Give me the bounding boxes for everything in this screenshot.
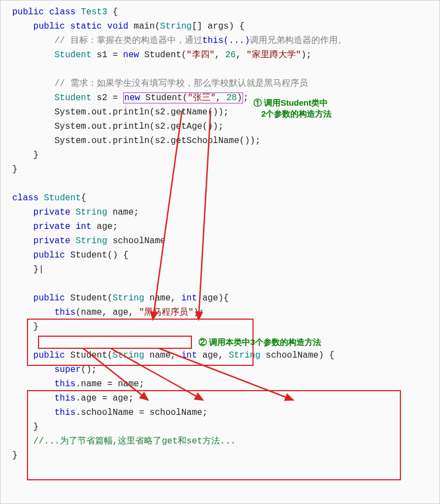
annotation-1: ① 调用Student类中 2个参数的构造方法 — [254, 97, 332, 119]
omitted-methods-comment: //...为了节省篇幅,这里省略了get和set方法... — [34, 436, 236, 446]
highlighted-new-call: new Student("张三", 28) — [123, 92, 243, 103]
class-name: Test3 — [81, 7, 107, 17]
comment-goal: // 目标：掌握在类的构造器中，通过 — [54, 36, 202, 46]
cursor: | — [38, 265, 44, 275]
kw-public: public — [12, 7, 44, 17]
code-block: public class Test3 { public static void … — [0, 0, 440, 504]
comment-requirement: // 需求：如果学生没有填写学校，那么学校默认就是黑马程序员 — [54, 79, 308, 89]
kw-class: class — [49, 7, 75, 17]
code-pre: public class Test3 { public static void … — [2, 5, 438, 463]
student-class: Student — [44, 193, 81, 203]
annotation-2: ② 调用本类中3个参数的构造方法 — [199, 337, 321, 348]
